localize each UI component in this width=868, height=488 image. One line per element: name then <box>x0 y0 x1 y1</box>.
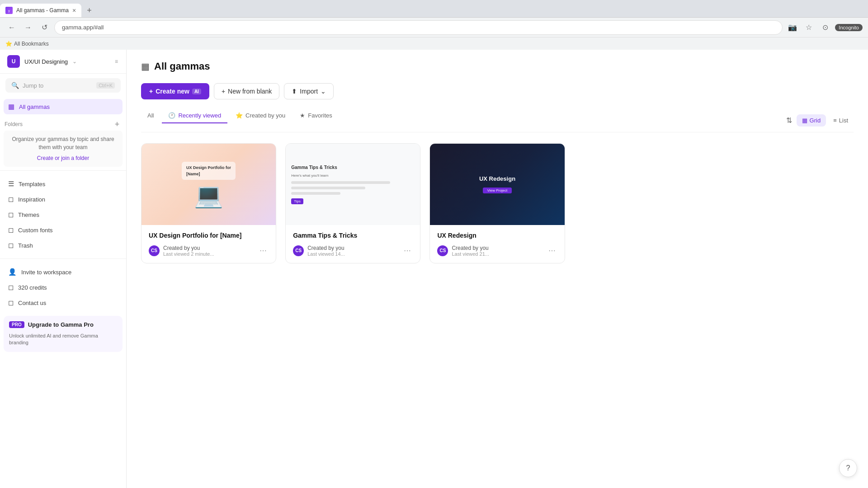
help-button[interactable]: ? <box>839 459 857 477</box>
sidebar-item-custom-fonts[interactable]: ◻ Custom fonts <box>4 222 123 238</box>
sidebar-item-contact[interactable]: ◻ Contact us <box>4 295 123 310</box>
thumb-line <box>291 187 365 189</box>
sidebar-divider-2 <box>0 258 126 259</box>
trash-icon: ◻ <box>8 241 14 249</box>
sort-button[interactable]: ⇅ <box>783 113 795 127</box>
credits-icon: ◻ <box>8 283 14 291</box>
sidebar: U UX/UI Designing ⌄ ≡ 🔍 Jump to Ctrl+K ▦… <box>0 50 127 488</box>
workspace-name: UX/UI Designing <box>24 58 68 65</box>
thumb-tag: Tips <box>291 198 303 204</box>
back-button[interactable]: ← <box>5 21 18 34</box>
browser-right-icons: 📷 ☆ ⊙ Incognito <box>786 21 863 34</box>
active-tab[interactable]: γ All gammas - Gamma × <box>0 4 81 17</box>
card-menu-button-3[interactable]: ⋯ <box>547 245 557 256</box>
thumb-content-1: UX Design Portfolio for [Name] 💻 <box>182 162 236 207</box>
camera-icon[interactable]: 📷 <box>786 21 799 34</box>
favorites-icon: ★ <box>300 112 305 119</box>
card-title-2: Gamma Tips & Tricks <box>293 231 413 240</box>
refresh-button[interactable]: ↺ <box>38 21 51 34</box>
create-label: Create new <box>156 88 189 95</box>
gamma-card-2[interactable]: Gamma Tips & Tricks Here's what you'll l… <box>285 143 420 263</box>
sidebar-item-all-gammas[interactable]: ▦ All gammas <box>4 99 123 114</box>
import-label: Import <box>300 88 318 95</box>
thumb-line <box>291 181 390 184</box>
search-bar[interactable]: 🔍 Jump to Ctrl+K <box>5 78 121 93</box>
bookmarks-icon: ⭐ <box>5 41 12 47</box>
browser-toolbar: ← → ↺ gamma.app/#all 📷 ☆ ⊙ Incognito <box>0 17 868 37</box>
sidebar-item-themes[interactable]: ◻ Themes <box>4 207 123 222</box>
sidebar-item-trash[interactable]: ◻ Trash <box>4 238 123 253</box>
upgrade-title: Upgrade to Gamma Pro <box>28 321 94 328</box>
card-title-3: UX Redesign <box>437 231 557 240</box>
forward-button[interactable]: → <box>22 21 34 34</box>
import-button[interactable]: ⬆ Import ⌄ <box>284 83 334 99</box>
custom-fonts-label: Custom fonts <box>18 227 53 234</box>
gamma-card-3[interactable]: UX Redesign View Project UX Redesign CS … <box>429 143 565 263</box>
card-footer-1: CS Created by you Last viewed 2 minute..… <box>149 245 269 257</box>
sidebar-header: U UX/UI Designing ⌄ ≡ <box>0 50 126 74</box>
folder-info-text: Organize your gammas by topic and share … <box>12 136 114 150</box>
card-time-2: Last viewed 14... <box>307 251 398 257</box>
main-content: ▦ All gammas + Create new AI + New from … <box>127 50 868 488</box>
sidebar-collapse-button[interactable]: ≡ <box>114 57 119 66</box>
custom-fonts-icon: ◻ <box>8 226 14 234</box>
pro-badge: PRO <box>9 321 24 328</box>
sidebar-item-inspiration[interactable]: ◻ Inspiration <box>4 192 123 207</box>
tab-title: All gammas - Gamma <box>16 7 69 14</box>
filter-tab-created-by-you[interactable]: ⭐ Created by you <box>229 108 292 123</box>
bookmark-star-icon[interactable]: ☆ <box>802 21 815 34</box>
grid-icon: ▦ <box>802 117 807 124</box>
trash-label: Trash <box>18 242 33 249</box>
create-new-button[interactable]: + Create new AI <box>141 83 209 99</box>
ai-badge: AI <box>192 89 201 94</box>
tab-close-button[interactable]: × <box>72 7 76 14</box>
add-folder-button[interactable]: + <box>113 120 122 129</box>
card-menu-button-1[interactable]: ⋯ <box>258 245 269 256</box>
new-tab-button[interactable]: + <box>81 4 97 17</box>
card-menu-button-2[interactable]: ⋯ <box>402 245 413 256</box>
folder-info-box: Organize your gammas by topic and share … <box>4 131 123 167</box>
browser-chrome: γ All gammas - Gamma × + ← → ↺ gamma.app… <box>0 0 868 50</box>
bookmarks-bar: ⭐ All Bookmarks <box>0 37 868 50</box>
filter-tab-all[interactable]: All <box>141 108 160 123</box>
card-time-1: Last viewed 2 minute... <box>163 251 254 257</box>
profile-icon[interactable]: ⊙ <box>819 21 831 34</box>
page-title: All gammas <box>154 61 210 72</box>
card-body-3: UX Redesign CS Created by you Last viewe… <box>430 225 564 263</box>
inspiration-icon: ◻ <box>8 195 14 203</box>
bookmarks-label: All Bookmarks <box>14 41 49 47</box>
all-gammas-label: All gammas <box>19 103 50 110</box>
grid-label: Grid <box>810 117 821 124</box>
filter-tab-favorites[interactable]: ★ Favorites <box>293 108 338 123</box>
thumb-badge: View Project <box>483 188 512 193</box>
address-bar[interactable]: gamma.app/#all <box>54 20 783 35</box>
card-creator-2: Created by you <box>307 245 398 251</box>
create-join-folder-link[interactable]: Create or join a folder <box>9 154 117 162</box>
card-avatar-3: CS <box>437 245 448 256</box>
grid-view-button[interactable]: ▦ Grid <box>797 114 826 127</box>
gamma-card-1[interactable]: UX Design Portfolio for [Name] 💻 UX Desi… <box>141 143 276 263</box>
list-view-button[interactable]: ≡ List <box>828 114 854 127</box>
create-plus-icon: + <box>149 88 153 95</box>
filter-tab-recently-viewed[interactable]: 🕐 Recently viewed <box>162 108 227 123</box>
sidebar-bottom-items: 👤 Invite to workspace ◻ 320 credits ◻ Co… <box>0 263 126 312</box>
templates-icon: ☰ <box>8 180 14 188</box>
credits-label: 320 credits <box>18 284 47 291</box>
card-body-1: UX Design Portfolio for [Name] CS Create… <box>142 225 276 263</box>
sidebar-item-templates[interactable]: ☰ Templates <box>4 176 123 192</box>
card-title-1: UX Design Portfolio for [Name] <box>149 231 269 240</box>
sidebar-item-credits[interactable]: ◻ 320 credits <box>4 280 123 295</box>
page-header: ▦ All gammas <box>141 61 854 72</box>
contact-icon: ◻ <box>8 299 14 307</box>
cards-grid: UX Design Portfolio for [Name] 💻 UX Desi… <box>141 143 854 263</box>
new-from-blank-button[interactable]: + New from blank <box>214 83 279 99</box>
workspace-switcher[interactable]: U UX/UI Designing ⌄ <box>7 55 77 68</box>
upgrade-card[interactable]: PRO Upgrade to Gamma Pro Unlock unlimite… <box>4 316 123 352</box>
sidebar-nav: ▦ All gammas <box>0 97 126 116</box>
thumb-lines-2: Gamma Tips & Tricks Here's what you'll l… <box>286 160 420 210</box>
card-avatar-1: CS <box>149 245 160 256</box>
portfolio-icon: 💻 <box>182 183 236 207</box>
card-footer-2: CS Created by you Last viewed 14... ⋯ <box>293 245 413 257</box>
sidebar-item-invite[interactable]: 👤 Invite to workspace <box>4 264 123 280</box>
card-creator-1: Created by you <box>163 245 254 251</box>
